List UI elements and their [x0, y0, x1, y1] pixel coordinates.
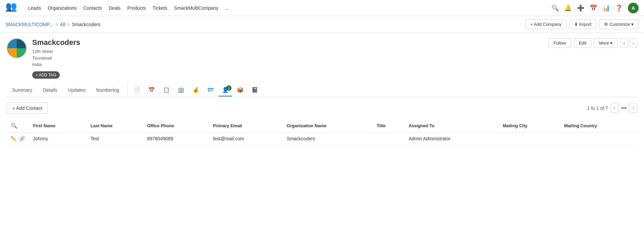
- company-logo: [7, 38, 27, 58]
- nav-contacts[interactable]: Contacts: [84, 4, 102, 12]
- question-icon[interactable]: ❓: [615, 4, 623, 12]
- tab-details[interactable]: Details: [38, 84, 63, 97]
- contacts-section: + Add Contact 1 to 1 of ? ‹ ••• › 🔍 Firs…: [7, 97, 637, 150]
- company-right-actions: Follow Edit More ▾ ‹ ›: [548, 38, 637, 48]
- tab-updates[interactable]: Updates: [63, 84, 91, 97]
- col-title[interactable]: Title: [373, 119, 405, 133]
- add-company-button[interactable]: + Add Company: [525, 19, 567, 29]
- link-row-icon[interactable]: 🔗: [19, 136, 25, 141]
- search-col-icon[interactable]: 🔍: [11, 123, 17, 129]
- bell-icon[interactable]: 🔔: [564, 4, 572, 12]
- company-header: Smackcoders 12th street Tirunelveli Indi…: [7, 38, 637, 79]
- customize-button[interactable]: ⚙ Customize ▾: [599, 19, 639, 29]
- row-actions-cell: ✏️ 🔗: [7, 132, 29, 145]
- edit-row-icon[interactable]: ✏️: [11, 136, 16, 141]
- page-next-button[interactable]: ›: [630, 103, 637, 113]
- nav-more[interactable]: ...: [225, 4, 229, 12]
- follow-button[interactable]: Follow: [548, 38, 571, 48]
- page-info: 1 to 1 of ?: [587, 105, 608, 111]
- tab-icon-id[interactable]: 🪪: [204, 84, 217, 96]
- money-icon: 💰: [193, 87, 199, 93]
- col-assigned-to[interactable]: Assigned To: [405, 119, 499, 133]
- tab-numbering[interactable]: Numbering: [91, 84, 124, 97]
- nav-organizations[interactable]: Organizations: [48, 4, 76, 12]
- breadcrumb-company[interactable]: SMACKMULTICOMP...: [5, 22, 53, 27]
- cell-last-name: Test: [87, 132, 143, 145]
- breadcrumb-all[interactable]: All: [60, 22, 65, 27]
- tab-icon-notes[interactable]: 📓: [248, 84, 262, 96]
- tab-icon-box[interactable]: 📦: [233, 84, 247, 96]
- cell-first-name: Johnny: [29, 132, 87, 145]
- cell-mailing-country: [560, 132, 637, 145]
- col-mailing-city[interactable]: Mailing City: [499, 119, 560, 133]
- company-name: Smackcoders: [32, 38, 80, 47]
- nav-links: Leads Organizations Contacts Deals Produ…: [28, 4, 551, 12]
- tab-icon-calendar[interactable]: 📅: [145, 84, 158, 96]
- table-header-row: 🔍 First Name Last Name Office Phone Prim…: [7, 119, 637, 133]
- tab-icon-contacts[interactable]: 👤 1: [219, 84, 232, 96]
- logo[interactable]: 👥 ➜: [5, 2, 23, 14]
- search-icon[interactable]: 🔍: [551, 4, 559, 12]
- col-primary-email[interactable]: Primary Email: [209, 119, 283, 133]
- more-button[interactable]: More ▾: [594, 38, 618, 48]
- notes-icon: 📓: [252, 87, 258, 93]
- id-icon: 🪪: [207, 87, 214, 93]
- document-icon: 📄: [133, 87, 140, 93]
- main-content: Smackcoders 12th street Tirunelveli Indi…: [0, 33, 644, 156]
- col-office-phone[interactable]: Office Phone: [143, 119, 209, 133]
- calendar-icon[interactable]: 📅: [590, 4, 597, 12]
- company-info: Smackcoders 12th street Tirunelveli Indi…: [32, 38, 80, 79]
- import-button[interactable]: ⬇ Import: [569, 19, 596, 29]
- page-prev-button[interactable]: ‹: [611, 103, 619, 113]
- cell-primary-email: test@mail.com: [209, 132, 283, 145]
- nav-products[interactable]: Products: [127, 4, 146, 12]
- cell-office-phone: 8976549089: [143, 132, 209, 145]
- col-organization-name[interactable]: Organization Name: [283, 119, 373, 133]
- page-dots-button[interactable]: •••: [621, 105, 627, 111]
- contacts-toolbar: + Add Contact 1 to 1 of ? ‹ ••• ›: [7, 102, 637, 114]
- cell-mailing-city: [499, 132, 560, 145]
- box-icon: 📦: [237, 87, 244, 93]
- breadcrumb-bar: SMACKMULTICOMP... > All > Smackcoders + …: [0, 16, 644, 33]
- plus-icon[interactable]: ➕: [577, 4, 584, 12]
- tab-summary[interactable]: Summary: [7, 84, 38, 97]
- page-range: 1 to 1: [587, 105, 599, 111]
- company-left: Smackcoders 12th street Tirunelveli Indi…: [7, 38, 80, 79]
- table-header: 🔍 First Name Last Name Office Phone Prim…: [7, 119, 637, 133]
- nav-tickets[interactable]: Tickets: [153, 4, 167, 12]
- col-last-name[interactable]: Last Name: [87, 119, 143, 133]
- cell-title: [373, 132, 405, 145]
- nav-arrows: ‹ ›: [620, 39, 637, 48]
- breadcrumb-sep1: >: [55, 22, 58, 27]
- breadcrumb-current: Smackcoders: [72, 22, 101, 27]
- next-arrow-button[interactable]: ›: [630, 39, 637, 48]
- col-first-name[interactable]: First Name: [29, 119, 87, 133]
- tab-icon-table[interactable]: 📋: [160, 84, 173, 96]
- company-logo-inner: [8, 39, 26, 57]
- edit-button[interactable]: Edit: [574, 38, 591, 48]
- tab-divider: [127, 85, 127, 95]
- add-contact-button[interactable]: + Add Contact: [7, 102, 48, 114]
- nav-smackmulticompany[interactable]: SmackMultiCompany: [174, 4, 218, 12]
- tab-icon-document[interactable]: 📄: [130, 84, 144, 96]
- tabs-row: Summary Details Updates Numbering 📄 📅 📋 …: [7, 84, 637, 97]
- col-mailing-country[interactable]: Mailing Country: [560, 119, 637, 133]
- tabs-section: Summary Details Updates Numbering 📄 📅 📋 …: [7, 84, 637, 97]
- top-navigation: 👥 ➜ Leads Organizations Contacts Deals P…: [0, 0, 644, 16]
- logo-arrow-icon: ➜: [7, 6, 12, 13]
- breadcrumb: SMACKMULTICOMP... > All > Smackcoders: [5, 22, 100, 27]
- prev-arrow-button[interactable]: ‹: [620, 39, 628, 48]
- avatar[interactable]: A: [628, 3, 639, 13]
- nav-deals[interactable]: Deals: [109, 4, 121, 12]
- nav-right-icons: 🔍 🔔 ➕ 📅 📊 ❓ A: [551, 3, 639, 13]
- contacts-table: 🔍 First Name Last Name Office Phone Prim…: [7, 119, 637, 145]
- row-actions: ✏️ 🔗: [11, 136, 25, 141]
- nav-leads[interactable]: Leads: [28, 4, 41, 12]
- breadcrumb-sep2: >: [67, 22, 70, 27]
- add-tag-button[interactable]: + ADD TAG: [32, 71, 60, 79]
- tab-icon-money[interactable]: 💰: [189, 84, 203, 96]
- chart-icon[interactable]: 📊: [602, 4, 610, 12]
- table-row: ✏️ 🔗 Johnny Test 8976549089 test@mail.co…: [7, 132, 637, 145]
- company-address: 12th street Tirunelveli India: [32, 48, 80, 68]
- tab-icon-building[interactable]: 🏢: [174, 84, 188, 96]
